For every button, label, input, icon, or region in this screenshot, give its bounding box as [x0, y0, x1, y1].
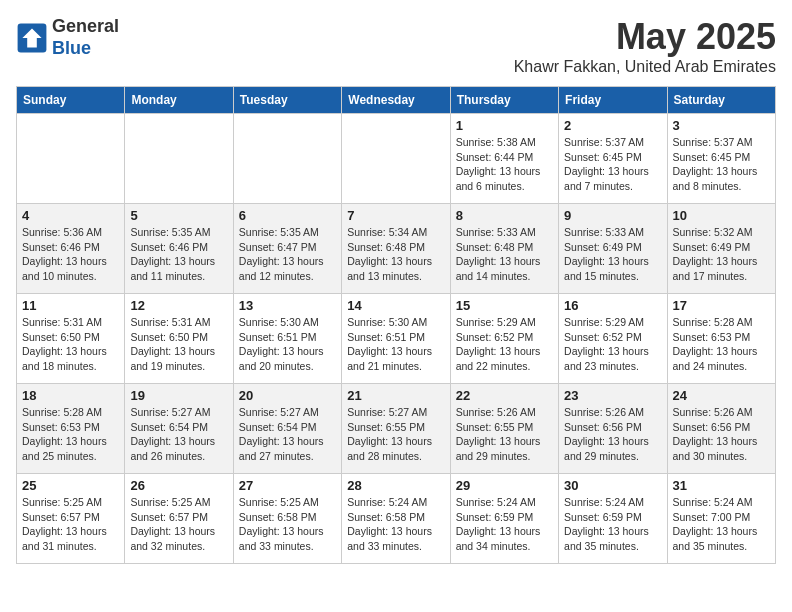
day-info: Sunrise: 5:24 AM Sunset: 6:59 PM Dayligh…	[456, 495, 553, 554]
day-number: 29	[456, 478, 553, 493]
day-info: Sunrise: 5:27 AM Sunset: 6:55 PM Dayligh…	[347, 405, 444, 464]
day-info: Sunrise: 5:31 AM Sunset: 6:50 PM Dayligh…	[22, 315, 119, 374]
weekday-saturday: Saturday	[667, 87, 775, 114]
day-info: Sunrise: 5:28 AM Sunset: 6:53 PM Dayligh…	[673, 315, 770, 374]
day-info: Sunrise: 5:37 AM Sunset: 6:45 PM Dayligh…	[564, 135, 661, 194]
weekday-monday: Monday	[125, 87, 233, 114]
day-number: 10	[673, 208, 770, 223]
page-header: General Blue May 2025 Khawr Fakkan, Unit…	[16, 16, 776, 76]
day-number: 19	[130, 388, 227, 403]
calendar-cell: 27Sunrise: 5:25 AM Sunset: 6:58 PM Dayli…	[233, 474, 341, 564]
calendar-cell: 8Sunrise: 5:33 AM Sunset: 6:48 PM Daylig…	[450, 204, 558, 294]
day-number: 5	[130, 208, 227, 223]
day-number: 14	[347, 298, 444, 313]
calendar-cell: 17Sunrise: 5:28 AM Sunset: 6:53 PM Dayli…	[667, 294, 775, 384]
day-info: Sunrise: 5:26 AM Sunset: 6:55 PM Dayligh…	[456, 405, 553, 464]
calendar-cell: 28Sunrise: 5:24 AM Sunset: 6:58 PM Dayli…	[342, 474, 450, 564]
calendar-cell	[342, 114, 450, 204]
day-number: 24	[673, 388, 770, 403]
calendar-cell: 25Sunrise: 5:25 AM Sunset: 6:57 PM Dayli…	[17, 474, 125, 564]
logo-icon	[16, 22, 48, 54]
calendar-cell: 20Sunrise: 5:27 AM Sunset: 6:54 PM Dayli…	[233, 384, 341, 474]
calendar-cell: 23Sunrise: 5:26 AM Sunset: 6:56 PM Dayli…	[559, 384, 667, 474]
calendar-cell: 21Sunrise: 5:27 AM Sunset: 6:55 PM Dayli…	[342, 384, 450, 474]
calendar-cell	[233, 114, 341, 204]
day-info: Sunrise: 5:25 AM Sunset: 6:57 PM Dayligh…	[22, 495, 119, 554]
day-number: 27	[239, 478, 336, 493]
weekday-sunday: Sunday	[17, 87, 125, 114]
week-row-2: 4Sunrise: 5:36 AM Sunset: 6:46 PM Daylig…	[17, 204, 776, 294]
day-number: 7	[347, 208, 444, 223]
month-title: May 2025	[514, 16, 776, 58]
calendar-cell: 29Sunrise: 5:24 AM Sunset: 6:59 PM Dayli…	[450, 474, 558, 564]
weekday-wednesday: Wednesday	[342, 87, 450, 114]
day-number: 22	[456, 388, 553, 403]
week-row-1: 1Sunrise: 5:38 AM Sunset: 6:44 PM Daylig…	[17, 114, 776, 204]
calendar-cell: 16Sunrise: 5:29 AM Sunset: 6:52 PM Dayli…	[559, 294, 667, 384]
day-number: 15	[456, 298, 553, 313]
calendar-cell: 30Sunrise: 5:24 AM Sunset: 6:59 PM Dayli…	[559, 474, 667, 564]
calendar-cell: 14Sunrise: 5:30 AM Sunset: 6:51 PM Dayli…	[342, 294, 450, 384]
day-number: 2	[564, 118, 661, 133]
calendar-cell: 26Sunrise: 5:25 AM Sunset: 6:57 PM Dayli…	[125, 474, 233, 564]
day-info: Sunrise: 5:25 AM Sunset: 6:57 PM Dayligh…	[130, 495, 227, 554]
calendar-cell: 19Sunrise: 5:27 AM Sunset: 6:54 PM Dayli…	[125, 384, 233, 474]
day-info: Sunrise: 5:25 AM Sunset: 6:58 PM Dayligh…	[239, 495, 336, 554]
day-info: Sunrise: 5:36 AM Sunset: 6:46 PM Dayligh…	[22, 225, 119, 284]
calendar-cell: 3Sunrise: 5:37 AM Sunset: 6:45 PM Daylig…	[667, 114, 775, 204]
day-number: 23	[564, 388, 661, 403]
day-number: 9	[564, 208, 661, 223]
day-info: Sunrise: 5:26 AM Sunset: 6:56 PM Dayligh…	[673, 405, 770, 464]
day-info: Sunrise: 5:32 AM Sunset: 6:49 PM Dayligh…	[673, 225, 770, 284]
day-number: 17	[673, 298, 770, 313]
day-info: Sunrise: 5:33 AM Sunset: 6:48 PM Dayligh…	[456, 225, 553, 284]
day-info: Sunrise: 5:26 AM Sunset: 6:56 PM Dayligh…	[564, 405, 661, 464]
day-info: Sunrise: 5:29 AM Sunset: 6:52 PM Dayligh…	[564, 315, 661, 374]
day-number: 18	[22, 388, 119, 403]
logo-line2: Blue	[52, 38, 119, 60]
weekday-tuesday: Tuesday	[233, 87, 341, 114]
day-info: Sunrise: 5:24 AM Sunset: 6:58 PM Dayligh…	[347, 495, 444, 554]
day-number: 30	[564, 478, 661, 493]
calendar-cell: 9Sunrise: 5:33 AM Sunset: 6:49 PM Daylig…	[559, 204, 667, 294]
day-info: Sunrise: 5:31 AM Sunset: 6:50 PM Dayligh…	[130, 315, 227, 374]
calendar-cell	[17, 114, 125, 204]
calendar-cell: 12Sunrise: 5:31 AM Sunset: 6:50 PM Dayli…	[125, 294, 233, 384]
day-info: Sunrise: 5:30 AM Sunset: 6:51 PM Dayligh…	[347, 315, 444, 374]
day-number: 13	[239, 298, 336, 313]
calendar-cell: 15Sunrise: 5:29 AM Sunset: 6:52 PM Dayli…	[450, 294, 558, 384]
day-number: 1	[456, 118, 553, 133]
calendar-cell: 22Sunrise: 5:26 AM Sunset: 6:55 PM Dayli…	[450, 384, 558, 474]
calendar-cell: 18Sunrise: 5:28 AM Sunset: 6:53 PM Dayli…	[17, 384, 125, 474]
calendar-cell: 2Sunrise: 5:37 AM Sunset: 6:45 PM Daylig…	[559, 114, 667, 204]
day-info: Sunrise: 5:27 AM Sunset: 6:54 PM Dayligh…	[130, 405, 227, 464]
day-info: Sunrise: 5:27 AM Sunset: 6:54 PM Dayligh…	[239, 405, 336, 464]
day-info: Sunrise: 5:35 AM Sunset: 6:47 PM Dayligh…	[239, 225, 336, 284]
day-number: 25	[22, 478, 119, 493]
week-row-4: 18Sunrise: 5:28 AM Sunset: 6:53 PM Dayli…	[17, 384, 776, 474]
day-info: Sunrise: 5:37 AM Sunset: 6:45 PM Dayligh…	[673, 135, 770, 194]
calendar-cell: 10Sunrise: 5:32 AM Sunset: 6:49 PM Dayli…	[667, 204, 775, 294]
calendar-cell: 13Sunrise: 5:30 AM Sunset: 6:51 PM Dayli…	[233, 294, 341, 384]
calendar-cell: 11Sunrise: 5:31 AM Sunset: 6:50 PM Dayli…	[17, 294, 125, 384]
day-number: 12	[130, 298, 227, 313]
logo-line1: General	[52, 16, 119, 38]
location-title: Khawr Fakkan, United Arab Emirates	[514, 58, 776, 76]
calendar-cell: 4Sunrise: 5:36 AM Sunset: 6:46 PM Daylig…	[17, 204, 125, 294]
day-number: 16	[564, 298, 661, 313]
day-number: 28	[347, 478, 444, 493]
day-info: Sunrise: 5:24 AM Sunset: 6:59 PM Dayligh…	[564, 495, 661, 554]
day-number: 26	[130, 478, 227, 493]
calendar-cell: 31Sunrise: 5:24 AM Sunset: 7:00 PM Dayli…	[667, 474, 775, 564]
day-info: Sunrise: 5:33 AM Sunset: 6:49 PM Dayligh…	[564, 225, 661, 284]
calendar-cell: 1Sunrise: 5:38 AM Sunset: 6:44 PM Daylig…	[450, 114, 558, 204]
day-number: 11	[22, 298, 119, 313]
day-info: Sunrise: 5:38 AM Sunset: 6:44 PM Dayligh…	[456, 135, 553, 194]
day-info: Sunrise: 5:28 AM Sunset: 6:53 PM Dayligh…	[22, 405, 119, 464]
weekday-header-row: SundayMondayTuesdayWednesdayThursdayFrid…	[17, 87, 776, 114]
title-block: May 2025 Khawr Fakkan, United Arab Emira…	[514, 16, 776, 76]
calendar-cell	[125, 114, 233, 204]
day-number: 6	[239, 208, 336, 223]
day-info: Sunrise: 5:35 AM Sunset: 6:46 PM Dayligh…	[130, 225, 227, 284]
calendar-cell: 24Sunrise: 5:26 AM Sunset: 6:56 PM Dayli…	[667, 384, 775, 474]
